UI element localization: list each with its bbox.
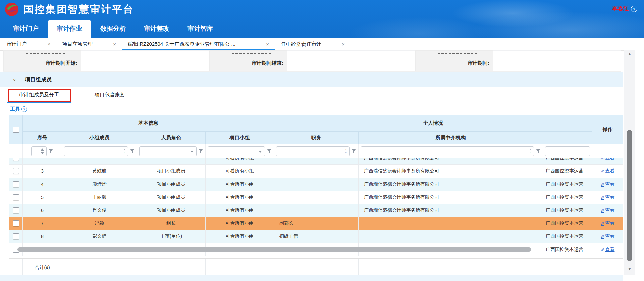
project-group-cell: 可看所有小组 (206, 165, 274, 178)
org-cell: 广西国控资本运营 (543, 243, 592, 256)
subtab-label: 项目包含账套 (95, 92, 125, 98)
duty-filter-input[interactable]: ˄˅ (276, 146, 350, 156)
filter-cell-seq (23, 144, 62, 158)
filter-funnel-icon[interactable] (48, 149, 53, 154)
document-tab-0[interactable]: 审计门户× (1, 38, 56, 50)
org-cell: 广西国控资本运营 (543, 204, 592, 217)
view-label: 查看 (605, 194, 614, 200)
filter-funnel-icon[interactable] (267, 149, 272, 154)
collapse-chevron-icon[interactable]: ∨ (13, 77, 16, 82)
view-link[interactable]: ✎查看 (601, 233, 615, 239)
row-checkbox[interactable] (13, 194, 19, 200)
nav-item-2[interactable]: 数据分析 (91, 20, 135, 38)
role-cell: 主审(单位) (137, 230, 206, 243)
row-checkbox[interactable] (13, 207, 19, 213)
document-tab-1[interactable]: 项目立项管理× (56, 38, 122, 50)
row-checkbox[interactable] (13, 168, 19, 174)
view-label: 查看 (605, 233, 614, 239)
column-header-blank (543, 132, 592, 144)
tab-label: 审计门户 (7, 41, 43, 47)
tab-project-account-sets[interactable]: 项目包含账套 (85, 87, 135, 103)
nav-item-label: 审计整改 (144, 24, 169, 33)
view-link[interactable]: ✎查看 (601, 181, 615, 187)
user-menu[interactable]: 李春红 ∨ (612, 5, 637, 12)
horizontal-scrollbar-thumb[interactable] (17, 247, 531, 252)
view-link[interactable]: ✎查看 (601, 168, 615, 174)
clipped-input[interactable] (81, 50, 209, 55)
filter-funnel-icon[interactable] (198, 149, 203, 154)
footer-cell (543, 259, 592, 277)
tab-close-icon[interactable]: × (342, 41, 345, 47)
clipped-input[interactable] (493, 50, 621, 55)
select-all-checkbox[interactable] (13, 127, 19, 133)
view-link[interactable]: ✎查看 (601, 158, 615, 161)
agency-filter-input[interactable]: ˄˅ (361, 146, 534, 156)
project-group-cell: 可看所有小组 (206, 158, 274, 165)
table-row: 8彭文婷主审(单位)可看所有小组初级主管广西国控资本运营✎查看 (9, 230, 623, 243)
caret-updown-icon[interactable]: ˄˅ (345, 149, 347, 154)
member-name-cell: 肖文俊 (62, 204, 137, 217)
nav-item-1[interactable]: 审计作业 (48, 20, 91, 38)
scroll-up-arrow-icon[interactable]: ▲ (624, 51, 635, 56)
view-link[interactable]: ✎查看 (601, 194, 615, 200)
filter-funnel-icon[interactable] (351, 149, 356, 154)
vertical-scrollbar-thumb[interactable] (627, 130, 632, 261)
chevron-down-icon: ∨ (631, 6, 637, 12)
view-link[interactable]: ✎查看 (601, 207, 615, 213)
tools-chevron-down-icon[interactable]: ∨ (21, 106, 27, 112)
filter-funnel-icon[interactable] (130, 149, 135, 154)
filter-cell-blank (543, 144, 592, 158)
audit-period-end-input[interactable] (287, 55, 415, 71)
clipped-label (415, 50, 493, 55)
member-filter-input[interactable]: ˄˅ (64, 146, 128, 156)
tab-close-icon[interactable]: × (47, 41, 50, 47)
document-tab-2[interactable]: 编辑:RZ202504 关于广西农垦企业管理有限公 ...× (122, 38, 275, 50)
tab-label: 任中经济责任审计 (281, 41, 337, 47)
select-all-cell (9, 115, 23, 144)
action-cell: ✎查看 (592, 165, 623, 178)
view-link[interactable]: ✎查看 (601, 247, 615, 253)
seq-filter-spinner[interactable] (31, 146, 47, 156)
tab-label: 项目立项管理 (62, 41, 108, 47)
row-checkbox[interactable] (13, 181, 19, 187)
checkbox-cell (9, 178, 23, 191)
blank-filter-input[interactable] (545, 146, 590, 156)
caret-updown-icon[interactable]: ˄˅ (124, 149, 125, 154)
audit-period-input[interactable] (493, 55, 621, 71)
tab-label: 编辑:RZ202504 关于广西农垦企业管理有限公 ... (128, 41, 261, 47)
tab-close-icon[interactable]: × (266, 41, 269, 47)
tools-button[interactable]: 工具 (10, 106, 20, 112)
view-label: 查看 (605, 168, 614, 174)
role-filter-select[interactable] (139, 146, 197, 156)
row-checkbox[interactable] (13, 158, 19, 161)
row-checkbox[interactable] (13, 233, 19, 239)
checkbox-cell (9, 230, 23, 243)
org-cell: 广西国控资本运营 (543, 165, 592, 178)
edit-pencil-icon: ✎ (601, 195, 604, 200)
role-cell: 项目小组成员 (137, 178, 206, 191)
clipped-input[interactable] (287, 50, 415, 55)
document-tab-3[interactable]: 任中经济责任审计× (275, 38, 351, 50)
audit-period-start-label: 审计期间开始: (3, 55, 81, 71)
tab-audit-team-members[interactable]: 审计组成员及分工 (7, 87, 71, 103)
nav-item-3[interactable]: 审计整改 (135, 20, 178, 38)
edit-pencil-icon: ✎ (601, 247, 604, 252)
filter-funnel-icon[interactable] (536, 149, 541, 154)
nav-item-0[interactable]: 审计门户 (4, 20, 48, 38)
view-link[interactable]: ✎查看 (601, 220, 615, 226)
member-name-cell: 王丽颜 (62, 191, 137, 204)
project-group-cell: 可看所有小组 (206, 204, 274, 217)
caret-updown-icon[interactable]: ˄˅ (530, 149, 531, 154)
subtab-row: 审计组成员及分工 项目包含账套 (0, 87, 623, 103)
row-checkbox[interactable] (13, 220, 19, 226)
project-group-filter-select[interactable] (208, 146, 265, 156)
audit-period-start-input[interactable] (81, 55, 209, 71)
scroll-down-arrow-icon[interactable]: ▼ (624, 266, 635, 271)
bottom-strip (0, 275, 623, 281)
column-header-project-group: 项目小组 (206, 132, 274, 144)
org-cell: 广西国控资本运营 (543, 217, 592, 230)
org-cell: 广西国控资本运营 (543, 158, 592, 165)
tab-close-icon[interactable]: × (113, 41, 116, 47)
duty-cell: 副部长 (274, 217, 359, 230)
nav-item-4[interactable]: 审计智库 (178, 20, 222, 38)
